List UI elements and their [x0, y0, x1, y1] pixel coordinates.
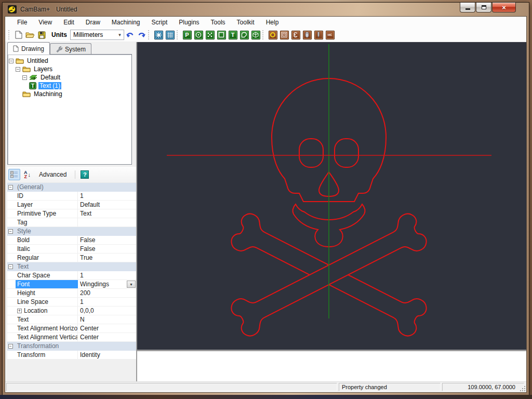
category-transformation[interactable]: − Transformation — [7, 342, 136, 351]
toolbar-grip[interactable] — [8, 30, 11, 39]
resize-grip[interactable] — [520, 385, 526, 392]
property-row-text-align-horizontal[interactable]: Text Alignment Horizontal Center — [7, 324, 136, 333]
undo-icon[interactable] — [125, 30, 135, 40]
arrow-down-icon: ↓ — [28, 171, 31, 178]
close-button[interactable]: × — [492, 3, 516, 12]
property-row-height[interactable]: Height 200 — [7, 289, 136, 298]
selected-tree-label[interactable]: Text (1) — [38, 82, 61, 89]
property-row-regular[interactable]: Regular True — [7, 254, 136, 262]
property-row-char-space[interactable]: Char Space 1 — [7, 271, 136, 280]
mop-engrave-icon[interactable] — [290, 30, 301, 40]
zoom-extents-icon[interactable] — [153, 30, 164, 40]
toolbar-grip[interactable] — [262, 30, 265, 39]
document-name: Untitled — [56, 6, 77, 13]
category-text[interactable]: − Text — [7, 262, 136, 271]
chevron-down-icon[interactable]: ▼ — [116, 30, 124, 39]
menu-script[interactable]: Script — [146, 17, 174, 28]
app-icon — [8, 5, 17, 14]
menu-toolkit[interactable]: Toolkit — [231, 17, 260, 28]
desktop: CamBam+Untitled × File View Edit Draw Ma… — [0, 0, 532, 399]
folder-icon — [16, 58, 24, 64]
category-style[interactable]: − Style — [7, 227, 136, 236]
mop-pocket-icon[interactable] — [279, 30, 289, 40]
menu-tools[interactable]: Tools — [205, 17, 231, 28]
draw-circle-icon[interactable] — [193, 30, 204, 40]
cursor-coordinates: 109.0000, 67.0000 — [442, 383, 524, 391]
property-row-line-space[interactable]: Line Space 1 — [7, 298, 136, 307]
menu-help[interactable]: Help — [260, 17, 285, 28]
draw-arc-icon[interactable] — [239, 30, 249, 40]
maximize-button[interactable] — [476, 3, 491, 12]
desktop-taskbar-edge — [0, 395, 532, 399]
tree-item-text-entity[interactable]: T Text (1) — [9, 82, 130, 90]
property-row-id[interactable]: ID 1 — [7, 192, 136, 201]
menu-file[interactable]: File — [11, 17, 33, 28]
property-row-tag[interactable]: Tag — [7, 218, 136, 227]
save-file-icon[interactable] — [36, 30, 47, 40]
grid-toggle-icon[interactable] — [165, 30, 175, 40]
collapse-icon[interactable]: − — [8, 229, 13, 234]
menu-bar: File View Edit Draw Machining Script Plu… — [5, 17, 526, 28]
menu-edit[interactable]: Edit — [58, 17, 80, 28]
tree-item-machining[interactable]: Machining — [9, 90, 130, 98]
mop-drill-icon[interactable] — [302, 30, 312, 40]
collapse-icon[interactable]: − — [9, 59, 14, 63]
drawing-canvas[interactable] — [137, 42, 526, 350]
status-section-left — [6, 383, 337, 391]
collapse-icon[interactable]: − — [8, 185, 13, 190]
property-row-text-align-vertical[interactable]: Text Alignment Vertical Center — [7, 333, 136, 342]
font-dropdown-button[interactable]: ▼ — [127, 281, 136, 288]
status-message: Property changed — [339, 383, 441, 391]
menu-machining[interactable]: Machining — [106, 17, 146, 28]
property-row-font[interactable]: Font Wingdings ▼ — [7, 280, 136, 289]
panel-tabs: Drawing System — [7, 42, 136, 55]
collapse-icon[interactable]: − — [22, 75, 27, 80]
expand-icon[interactable]: + — [17, 309, 22, 313]
tab-drawing[interactable]: Drawing — [7, 42, 50, 55]
menu-view[interactable]: View — [33, 17, 58, 28]
draw-surface-icon[interactable] — [250, 30, 261, 40]
alphabetical-sort-button[interactable]: AZ ↓ — [22, 169, 32, 180]
layer-icon — [29, 75, 37, 81]
tree-item-untitled[interactable]: − Untitled — [9, 57, 130, 65]
property-row-italic[interactable]: Italic False — [7, 245, 136, 254]
minimize-button[interactable] — [460, 3, 475, 12]
collapse-icon[interactable]: − — [8, 264, 13, 269]
draw-polyline-icon[interactable]: P — [182, 30, 192, 40]
tab-system[interactable]: System — [50, 43, 91, 55]
new-file-icon[interactable] — [14, 30, 24, 40]
title-bar[interactable]: CamBam+Untitled × — [3, 3, 529, 16]
property-row-bold[interactable]: Bold False — [7, 236, 136, 245]
property-row-layer[interactable]: Layer Default — [7, 201, 136, 209]
minimize-icon — [466, 8, 470, 10]
mop-custom-icon[interactable]: HC — [325, 30, 335, 40]
advanced-button[interactable]: Advanced — [34, 169, 71, 180]
categorized-view-button[interactable] — [8, 169, 20, 180]
draw-text-icon[interactable]: T — [228, 30, 238, 40]
help-icon: ? — [81, 170, 89, 179]
draw-pointlist-icon[interactable] — [205, 30, 215, 40]
draw-rectangle-icon[interactable] — [216, 30, 227, 40]
property-row-location[interactable]: + Location 0,0,0 — [7, 307, 136, 315]
status-bar: Property changed 109.0000, 67.0000 — [5, 381, 526, 392]
property-row-transform[interactable]: Transform Identity — [7, 351, 136, 360]
menu-plugins[interactable]: Plugins — [173, 17, 205, 28]
category-general[interactable]: − (General) — [7, 183, 136, 192]
mop-lathe-icon[interactable] — [313, 30, 324, 40]
tree-item-layers[interactable]: − Layers — [9, 65, 130, 73]
property-row-text[interactable]: Text N — [7, 315, 136, 324]
open-file-icon[interactable] — [25, 30, 35, 40]
tree-item-default-layer[interactable]: − Default — [9, 73, 130, 82]
menu-draw[interactable]: Draw — [80, 17, 106, 28]
collapse-icon[interactable]: − — [16, 67, 20, 72]
help-button[interactable]: ? — [79, 169, 90, 180]
toolbar-grip[interactable] — [177, 30, 179, 39]
units-select[interactable]: Millimeters ▼ — [70, 30, 124, 40]
redo-icon[interactable] — [136, 30, 147, 40]
wrench-icon — [56, 46, 62, 52]
properties-toolbar: AZ ↓ Advanced ? — [7, 167, 136, 182]
mop-profile-icon[interactable] — [268, 30, 278, 40]
collapse-icon[interactable]: − — [8, 344, 13, 349]
property-row-primitive-type[interactable]: Primitive Type Text — [7, 209, 136, 218]
toolbar-grip[interactable] — [148, 30, 151, 39]
